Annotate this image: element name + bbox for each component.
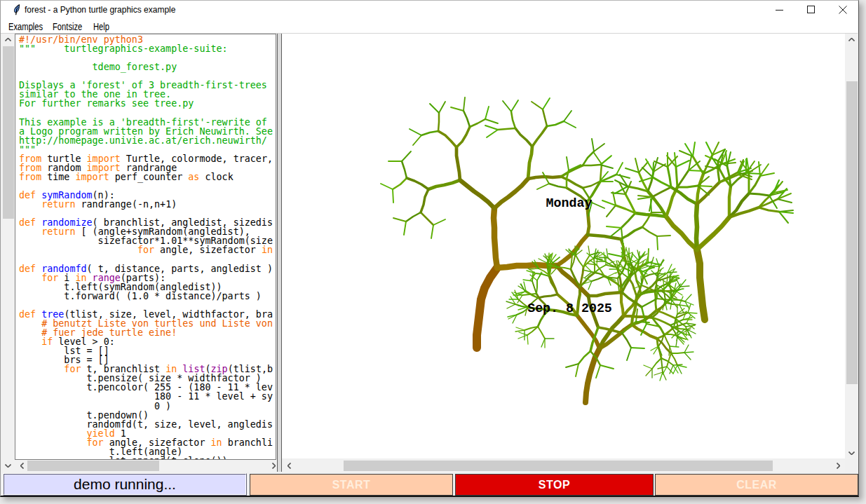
code-line: tdemo_forest.py (19, 62, 273, 71)
code-horizontal-scrollbar[interactable] (15, 460, 280, 472)
window-title: forest - a Python turtle graphics exampl… (25, 5, 175, 15)
canvas-date-text: Sep. 8 2025 (527, 302, 612, 315)
canvas-vertical-scrollbar[interactable] (846, 34, 858, 459)
graphics-pane: Monday Sep. 8 2025 (282, 34, 858, 472)
code-line: return randrange(-n,n+1) (19, 200, 273, 209)
scroll-down-icon[interactable] (846, 447, 858, 459)
scroll-up-icon[interactable] (846, 34, 858, 46)
canvas-hscroll-thumb[interactable] (344, 461, 773, 471)
status-message: demo running... (74, 476, 176, 493)
python-feather-icon (13, 4, 21, 15)
canvas-weekday-text: Monday (546, 197, 593, 210)
canvas-horizontal-scrollbar[interactable] (282, 460, 845, 472)
title-bar[interactable]: forest - a Python turtle graphics exampl… (1, 1, 858, 19)
code-vertical-scrollbar[interactable] (2, 34, 15, 472)
scroll-left-icon[interactable] (283, 460, 295, 472)
code-line: for angle, sizefactor in (19, 245, 273, 254)
start-button[interactable]: START (250, 474, 453, 496)
minimize-button[interactable] (764, 1, 795, 19)
clear-button[interactable]: CLEAR (655, 474, 858, 496)
code-line: t.forward( (1.0 * distance)/parts ) (19, 292, 273, 301)
code-line: http://homepage.univie.ac.at/erich.neuwi… (19, 136, 273, 145)
menu-fontsize[interactable]: Fontsize (53, 21, 82, 32)
app-window: forest - a Python turtle graphics exampl… (0, 0, 859, 497)
forest-drawing (282, 34, 845, 458)
scroll-left-icon[interactable] (16, 460, 28, 472)
status-bar-inner: demo running... (4, 474, 246, 495)
scroll-down-icon[interactable] (2, 460, 14, 472)
source-code-view[interactable]: #!/usr/bin/env python3""" turtlegraphics… (15, 34, 276, 460)
canvas-vscroll-thumb[interactable] (846, 81, 858, 384)
turtle-canvas[interactable]: Monday Sep. 8 2025 (282, 34, 845, 458)
code-hscroll-thumb[interactable] (27, 461, 159, 471)
menu-examples[interactable]: Examples (8, 21, 43, 32)
pane-divider[interactable] (277, 34, 282, 472)
code-vscroll-thumb[interactable] (3, 46, 14, 219)
menu-bar: Examples Fontsize Help (1, 19, 858, 34)
source-code: #!/usr/bin/env python3""" turtlegraphics… (19, 35, 273, 460)
status-bar: demo running... (3, 473, 247, 496)
code-line: """ turtlegraphics-example-suite: (19, 44, 273, 53)
scroll-up-icon[interactable] (2, 34, 14, 46)
code-line: For further remarks see tree.py (19, 99, 273, 108)
close-button[interactable] (827, 1, 858, 19)
maximize-button[interactable] (795, 1, 827, 19)
stop-button[interactable]: STOP (455, 474, 654, 496)
code-line: from time import perf_counter as clock (19, 172, 273, 182)
scroll-right-icon[interactable] (832, 460, 844, 472)
screen: forest - a Python turtle graphics exampl… (0, 0, 866, 504)
menu-help[interactable]: Help (93, 21, 109, 32)
